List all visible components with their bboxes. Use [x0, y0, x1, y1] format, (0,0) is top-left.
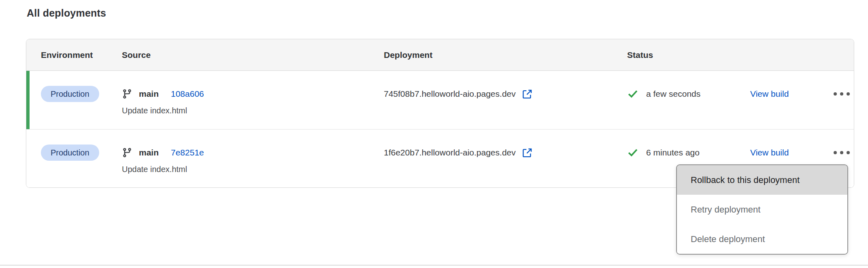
- environment-badge: Production: [41, 145, 99, 161]
- more-actions-button[interactable]: [830, 144, 853, 161]
- menu-item-delete[interactable]: Delete deployment: [677, 224, 847, 254]
- branch-name: main: [139, 89, 159, 99]
- status-text: 6 minutes ago: [646, 148, 700, 157]
- check-icon: [627, 88, 638, 100]
- branch-name: main: [139, 148, 159, 157]
- page-title: All deployments: [27, 7, 106, 19]
- deployments-page: All deployments Environment Source Deplo…: [0, 0, 868, 268]
- current-deployment-bar: [26, 71, 30, 129]
- git-branch-icon: [122, 147, 132, 158]
- deployment-actions-menu: Rollback to this deployment Retry deploy…: [676, 164, 848, 255]
- menu-item-retry[interactable]: Retry deployment: [677, 195, 847, 224]
- git-branch-icon: [122, 89, 132, 99]
- table-header-row: Environment Source Deployment Status: [26, 39, 854, 71]
- status-text: a few seconds: [646, 89, 700, 99]
- view-build-link[interactable]: View build: [750, 89, 789, 99]
- menu-item-rollback[interactable]: Rollback to this deployment: [677, 165, 847, 195]
- header-status: Status: [627, 50, 750, 60]
- deployment-url: 745f08b7.helloworld-aio.pages.dev: [384, 89, 516, 99]
- page-bottom-divider: [0, 265, 868, 266]
- external-link-icon[interactable]: [522, 89, 533, 100]
- commit-link[interactable]: 108a606: [171, 89, 204, 99]
- commit-message: Update index.html: [122, 165, 384, 174]
- deployment-url: 1f6e20b7.helloworld-aio.pages.dev: [384, 148, 516, 157]
- header-source: Source: [122, 50, 384, 60]
- commit-message: Update index.html: [122, 106, 384, 115]
- header-deployment: Deployment: [384, 50, 627, 60]
- view-build-link[interactable]: View build: [750, 148, 789, 157]
- environment-badge: Production: [41, 86, 99, 102]
- external-link-icon[interactable]: [522, 147, 533, 158]
- commit-link[interactable]: 7e8251e: [171, 148, 204, 157]
- check-icon: [627, 147, 638, 158]
- more-actions-button[interactable]: [830, 85, 853, 102]
- header-environment: Environment: [26, 50, 122, 60]
- table-row: Production main 108a606 Update index.htm…: [26, 71, 854, 129]
